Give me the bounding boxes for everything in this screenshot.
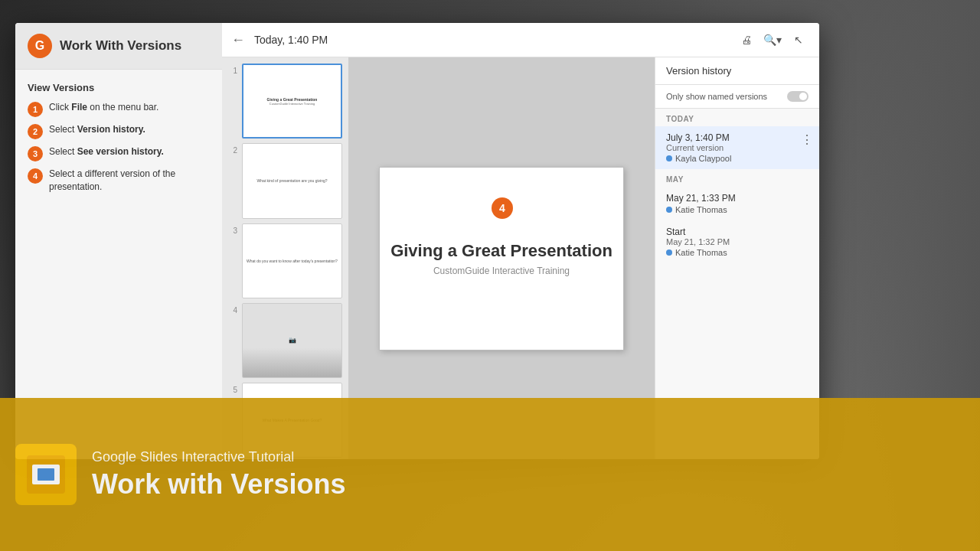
zoom-button[interactable]: 🔍▾ [761,29,784,51]
step-2: 2 Select Version history. [28,123,210,139]
step-1: 1 Click File on the menu bar. [28,101,210,117]
slide-thumb-4[interactable]: 📷 [242,303,342,378]
step-num-2: 2 [28,124,43,139]
section-label-today: TODAY [655,109,819,126]
version-section-today: TODAY July 3, 1:40 PM Current version Ka… [655,109,819,169]
slide-thumb-1[interactable]: Giving a Great Presentation CustomGuide … [242,64,342,139]
user-dot-3 [666,249,672,256]
step-text-3: Select See version history. [49,145,164,158]
sidebar-title: Work With Versions [60,38,181,54]
bottom-text: Google Slides Interactive Tutorial Work … [92,449,345,500]
version-label-3: May 21, 1:32 PM [666,237,808,246]
list-item: 2 What kind of presentation are you givi… [228,143,342,218]
step-3: 3 Select See version history. [28,145,210,161]
slides-icon-rect [38,468,54,481]
version-label-1: Current version [666,143,808,152]
list-item: 1 Giving a Great Presentation CustomGuid… [228,64,342,139]
slide-preview-sub: CustomGuide Interactive Training [433,266,570,276]
user-dot-1 [666,155,672,161]
slide-preview-title: Giving a Great Presentation [390,241,612,261]
logo-letter: G [35,39,44,53]
section-label-may: MAY [655,169,819,187]
thumb-2-text: What kind of presentation are you giving… [257,178,328,183]
thumb-1-sub: CustomGuide Interactive Training [267,102,318,106]
section-title: View Versions [28,82,210,93]
version-time-3: Start [666,227,808,237]
sidebar-logo: G [28,34,52,58]
bottom-subtitle: Google Slides Interactive Tutorial [92,449,345,465]
slide-number-5: 5 [228,386,237,394]
version-panel-header: Version history [655,57,819,85]
cursor-button[interactable]: ↖ [787,29,810,51]
version-item-may2[interactable]: Start May 21, 1:32 PM Katie Thomas [655,220,819,263]
version-section-may: MAY May 21, 1:33 PM Katie Thomas Start M… [655,169,819,263]
version-time-1: July 3, 1:40 PM [666,132,808,143]
slides-area: ← Today, 1:40 PM 🖨 🔍▾ ↖ 1 Giving a Great… [222,23,819,459]
version-filter-label: Only show named versions [666,92,767,101]
slide-number-2: 2 [228,146,237,155]
slide-number-3: 3 [228,227,237,235]
step-text-1: Click File on the menu bar. [49,101,158,114]
bottom-gold-bar: Google Slides Interactive Tutorial Work … [0,398,980,551]
version-user-3: Katie Thomas [666,248,808,257]
sidebar-header: G Work With Versions [15,23,222,70]
slides-app-icon [15,444,77,505]
main-container: G Work With Versions View Versions 1 Cli… [15,23,819,459]
slide-preview: Giving a Great Presentation CustomGuide … [379,167,624,350]
version-filter: Only show named versions [655,85,819,109]
thumb-1-title: Giving a Great Presentation [267,97,318,102]
thumb-3-text: What do you want to know after today's p… [247,259,338,263]
named-versions-toggle[interactable] [787,91,808,102]
user-name-1: Kayla Claypool [675,154,731,163]
toolbar-title: Today, 1:40 PM [254,34,328,46]
step-text-4: Select a different version of the presen… [49,168,210,194]
print-button[interactable]: 🖨 [735,29,758,51]
slide-number-1: 1 [228,67,237,75]
step4-badge: 4 [492,197,513,219]
step-4: 4 Select a different version of the pres… [28,168,210,194]
version-time-2: May 21, 1:33 PM [666,193,808,204]
slides-icon-screen [32,465,60,484]
version-panel-title: Version history [666,65,808,77]
user-dot-2 [666,207,672,213]
thumb-4-placeholder: 📷 [289,337,296,344]
slide-thumb-3[interactable]: What do you want to know after today's p… [242,223,342,298]
step-num-1: 1 [28,102,43,117]
version-item-current[interactable]: July 3, 1:40 PM Current version Kayla Cl… [655,126,819,169]
list-item: 3 What do you want to know after today's… [228,223,342,298]
list-item: 4 📷 [228,303,342,378]
user-name-3: Katie Thomas [675,248,727,257]
more-options-button-1[interactable]: ⋮ [801,132,813,147]
version-item-may1[interactable]: May 21, 1:33 PM Katie Thomas [655,187,819,220]
step-num-4: 4 [28,168,43,184]
user-name-2: Katie Thomas [675,205,727,214]
slide-number-4: 4 [228,306,237,315]
slides-icon-inner [27,455,65,494]
slide-thumb-2[interactable]: What kind of presentation are you giving… [242,143,342,218]
version-user-2: Katie Thomas [666,205,808,214]
step-text-2: Select Version history. [49,123,145,136]
back-button[interactable]: ← [231,32,245,48]
bottom-title: Work with Versions [92,468,345,500]
sidebar: G Work With Versions View Versions 1 Cli… [15,23,222,459]
step-num-3: 3 [28,146,43,161]
slides-toolbar: ← Today, 1:40 PM 🖨 🔍▾ ↖ [222,23,819,57]
bottom-overlay: Google Slides Interactive Tutorial Work … [0,398,980,551]
sidebar-content: View Versions 1 Click File on the menu b… [15,70,222,212]
toggle-knob [799,93,807,100]
version-user-1: Kayla Claypool [666,154,808,163]
